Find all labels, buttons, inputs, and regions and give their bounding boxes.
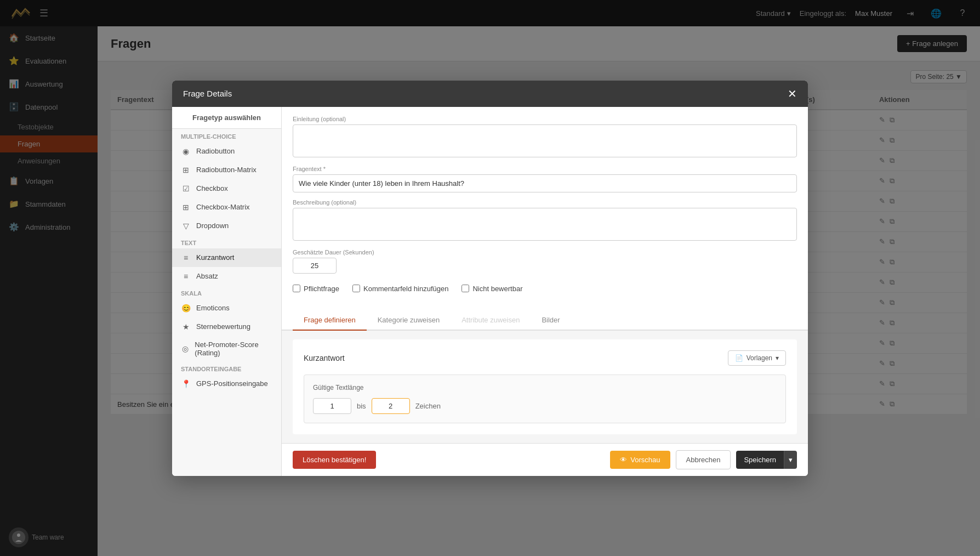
section-label-skala: Skala	[172, 286, 281, 299]
type-panel: Fragetyp auswählen Multiple-Choice ◉ Rad…	[172, 107, 282, 476]
bis-separator: bis	[357, 402, 366, 410]
question-text-field-group: Fragentext *	[293, 166, 797, 192]
duration-wrapper: Geschätzte Dauer (Sekunden)	[293, 249, 374, 274]
modal-header: Frage Details ✕	[172, 81, 808, 107]
type-item-gps[interactable]: 📍 GPS-Positionseingabe	[172, 375, 281, 393]
description-field-group: Beschreibung (optional)	[293, 199, 797, 242]
question-fields: Einleitung (optional) Fragentext * Besch…	[282, 107, 808, 310]
type-item-kurzantwort[interactable]: ≡ Kurzantwort	[172, 248, 281, 267]
introduction-textarea[interactable]	[293, 124, 797, 157]
tab-bilder[interactable]: Bilder	[531, 310, 571, 331]
nicht-bewertbar-checkbox[interactable]	[461, 285, 469, 292]
text-length-to[interactable]	[372, 398, 410, 414]
delete-confirm-button[interactable]: Löschen bestätigen!	[293, 451, 376, 469]
kurzantwort-title: Kurzantwort	[304, 354, 345, 362]
kurzantwort-icon: ≡	[181, 253, 191, 263]
type-item-dropdown[interactable]: ▽ Dropdown	[172, 217, 281, 235]
question-text-input[interactable]	[293, 174, 797, 192]
checkbox-matrix-icon: ⊞	[181, 202, 191, 212]
cancel-button[interactable]: Abbrechen	[676, 450, 731, 469]
tab-frage-definieren[interactable]: Frage definieren	[293, 310, 367, 331]
zeichen-unit: Zeichen	[415, 402, 441, 410]
description-textarea[interactable]	[293, 208, 797, 241]
save-button-group: Speichern ▾	[736, 451, 797, 469]
type-item-emoticons[interactable]: 😊 Emoticons	[172, 299, 281, 317]
question-text-label: Fragentext *	[293, 166, 797, 172]
section-label-text: Text	[172, 235, 281, 248]
template-icon-small: 📄	[735, 354, 743, 362]
type-panel-header: Fragetyp auswählen	[172, 107, 281, 129]
modal-overlay: Frage Details ✕ Fragetyp auswählen Multi…	[0, 0, 980, 556]
net-promoter-icon: ◎	[181, 344, 189, 354]
chevron-down-icon: ▾	[776, 354, 779, 362]
checkbox-icon: ☑	[181, 184, 191, 194]
duration-label: Geschätzte Dauer (Sekunden)	[293, 249, 374, 256]
checkboxes-row: Pflichtfrage Kommentarfeld hinzufügen Ni…	[293, 280, 797, 297]
radiobutton-matrix-icon: ⊞	[181, 165, 191, 175]
text-length-box: Gültige Textlänge bis Zeichen	[304, 375, 786, 423]
type-item-checkbox-matrix[interactable]: ⊞ Checkbox-Matrix	[172, 198, 281, 217]
text-length-from[interactable]	[313, 398, 351, 414]
section-label-standort: Standorteingabe	[172, 361, 281, 375]
modal-title: Frage Details	[183, 89, 232, 98]
section-label-multiple-choice: Multiple-Choice	[172, 129, 281, 142]
tab-kategorie-zuweisen[interactable]: Kategorie zuweisen	[367, 310, 451, 331]
question-panel: Einleitung (optional) Fragentext * Besch…	[282, 107, 808, 476]
kommentarfeld-checkbox-label[interactable]: Kommentarfeld hinzufügen	[352, 285, 448, 293]
nicht-bewertbar-checkbox-label[interactable]: Nicht bewertbar	[461, 285, 522, 293]
type-item-radiobutton[interactable]: ◉ Radiobutton	[172, 142, 281, 161]
modal-tabs: Frage definieren Kategorie zuweisen Attr…	[282, 310, 808, 331]
type-item-checkbox[interactable]: ☑ Checkbox	[172, 179, 281, 198]
pflichtfrage-checkbox-label[interactable]: Pflichtfrage	[293, 285, 339, 293]
modal-body: Fragetyp auswählen Multiple-Choice ◉ Rad…	[172, 107, 808, 476]
type-item-sternebewertung[interactable]: ★ Sternebewertung	[172, 317, 281, 336]
kurzantwort-section: Kurzantwort 📄 Vorlagen ▾ Gültige Textlän…	[293, 339, 797, 434]
description-label: Beschreibung (optional)	[293, 199, 797, 206]
save-dropdown-button[interactable]: ▾	[784, 451, 797, 469]
emoticons-icon: 😊	[181, 303, 191, 313]
modal-frage-details: Frage Details ✕ Fragetyp auswählen Multi…	[172, 81, 808, 476]
duration-row: Geschätzte Dauer (Sekunden)	[293, 249, 797, 274]
duration-input[interactable]	[293, 258, 337, 274]
type-item-absatz[interactable]: ≡ Absatz	[172, 267, 281, 286]
type-item-radiobutton-matrix[interactable]: ⊞ Radiobutton-Matrix	[172, 161, 281, 179]
introduction-label: Einleitung (optional)	[293, 116, 797, 122]
preview-button[interactable]: 👁 Vorschau	[610, 451, 670, 469]
text-length-label: Gültige Textlänge	[313, 384, 777, 392]
introduction-field-group: Einleitung (optional)	[293, 116, 797, 159]
dropdown-icon: ▽	[181, 221, 191, 231]
modal-close-button[interactable]: ✕	[788, 88, 797, 99]
modal-footer: Löschen bestätigen! 👁 Vorschau Abbrechen…	[282, 443, 808, 476]
absatz-icon: ≡	[181, 271, 191, 281]
footer-right: 👁 Vorschau Abbrechen Speichern ▾	[610, 450, 797, 469]
gps-icon: 📍	[181, 379, 191, 389]
tab-attribute-zuweisen: Attribute zuweisen	[451, 310, 531, 331]
section-header: Kurzantwort 📄 Vorlagen ▾	[304, 350, 786, 366]
tab-content-frage-definieren: Kurzantwort 📄 Vorlagen ▾ Gültige Textlän…	[282, 331, 808, 443]
radiobutton-icon: ◉	[181, 146, 191, 156]
vorlagen-button[interactable]: 📄 Vorlagen ▾	[728, 350, 786, 366]
preview-icon: 👁	[620, 456, 627, 464]
text-length-inputs: bis Zeichen	[313, 398, 777, 414]
type-item-net-promoter[interactable]: ◎ Net-Promoter-Score (Rating)	[172, 336, 281, 361]
pflichtfrage-checkbox[interactable]	[293, 285, 300, 292]
kommentarfeld-checkbox[interactable]	[352, 285, 360, 292]
star-rating-icon: ★	[181, 322, 191, 332]
save-button[interactable]: Speichern	[736, 451, 784, 469]
